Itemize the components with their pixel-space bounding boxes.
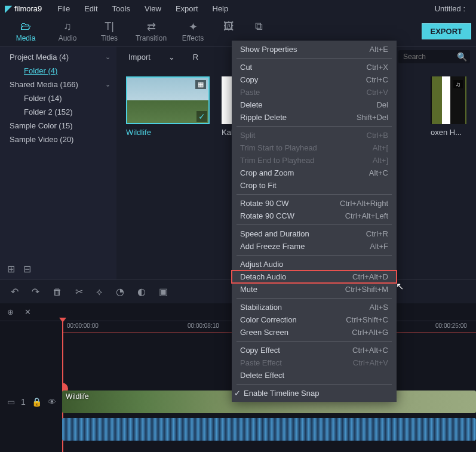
speed-icon[interactable]: ◔ [116,286,124,297]
menu-item-add-freeze-frame[interactable]: Add Freeze FrameAlt+F [232,240,397,253]
screenshot-icon[interactable]: ▣ [159,286,168,297]
menu-item-adjust-audio[interactable]: Adjust Audio [232,258,397,270]
record-button[interactable]: R [193,53,198,62]
delete-icon[interactable]: 🗑 [53,287,62,297]
menu-item-detach-audio[interactable]: Detach AudioCtrl+Alt+D [232,270,397,283]
menu-item-shortcut: Ctrl+Alt+C [352,346,388,355]
thumb-label: Wildlife [126,128,210,137]
track-header: ▭ 1 🔒 👁 [0,388,62,416]
menu-item-crop-to-fit[interactable]: Crop to Fit [232,179,397,192]
menu-view[interactable]: View [137,2,168,16]
crop-icon[interactable]: ⟡ [96,287,103,297]
menu-item-shortcut: Alt+] [373,156,388,165]
menu-item-speed-and-duration[interactable]: Speed and DurationCtrl+R [232,227,397,240]
chevron-down-icon: ⌄ [105,53,110,61]
menu-item-enable-timeline-snap[interactable]: ✓Enable Timeline Snap [232,387,397,399]
thumb-image: ♫ [431,76,466,124]
menu-item-label: Cut [240,63,367,72]
menu-file[interactable]: File [50,2,77,16]
thumb-badge-icon: ▦ [195,80,206,89]
menu-separator [237,126,392,127]
color-icon[interactable]: ◐ [137,286,146,297]
search-icon: 🔍 [457,52,467,62]
thumb-image: ▦ ✓ [126,76,210,124]
menu-item-shortcut: Alt+C [369,168,388,177]
delete-folder-icon[interactable]: ⊟ [23,263,31,275]
visibility-icon[interactable]: 👁 [48,397,56,407]
image-icon: 🖼 [223,21,234,33]
audio-track [0,416,476,443]
tree-item[interactable]: Project Media (4)⌄ [0,50,116,64]
menu-item-label: Show Properties [240,45,370,54]
tab-media[interactable]: 🗁Media [5,19,47,45]
menu-item-rotate-90-ccw[interactable]: Rotate 90 CCWCtrl+Alt+Left [232,210,397,222]
tree-item[interactable]: Folder 2 (152) [0,105,116,119]
tree-item[interactable]: Sample Color (15) [0,119,116,133]
menu-edit[interactable]: Edit [77,2,105,16]
menu-item-label: Trim Start to Playhead [240,143,373,152]
menu-item-paste-effect: Paste EffectCtrl+Alt+V [232,356,397,369]
tree-label: Sample Color (15) [10,121,73,130]
tab-audio[interactable]: ♫Audio [47,19,88,45]
menu-item-mute[interactable]: MuteCtrl+Shift+M [232,283,397,296]
menu-item-label: Detach Audio [240,272,352,281]
audio-clip[interactable] [62,418,476,441]
menu-item-paste: PasteCtrl+V [232,86,397,99]
menu-export[interactable]: Export [168,2,205,16]
menu-help[interactable]: Help [205,2,236,16]
track-number: 1 [21,397,26,407]
search-box[interactable]: 🔍 [398,50,470,63]
transition-icon: ⇄ [147,21,156,33]
tree-item[interactable]: Folder (4) [0,64,116,78]
tab-titles[interactable]: T|Titles [88,19,130,45]
menu-separator [237,341,392,342]
tree-item[interactable]: Sample Video (20) [0,133,116,146]
media-thumb[interactable]: ▦ ✓ Wildlife [126,76,210,137]
menu-item-rotate-90-cw[interactable]: Rotate 90 CWCtrl+Alt+Right [232,197,397,210]
media-thumb[interactable]: ♫ oxen H... [431,76,466,137]
menu-item-copy[interactable]: CopyCtrl+C [232,73,397,86]
menu-item-shortcut: Ctrl+B [367,131,388,140]
menu-item-green-screen[interactable]: Green ScreenCtrl+Alt+G [232,326,397,339]
chevron-down-icon: ⌄ [168,53,175,62]
import-button[interactable]: Import ⌄ [122,50,181,64]
add-marker-icon[interactable]: ⊕ [7,308,14,316]
snap-icon[interactable]: ✕ [24,308,31,316]
menu-item-delete[interactable]: DeleteDel [232,99,397,111]
menu-item-crop-and-zoom[interactable]: Crop and ZoomAlt+C [232,167,397,179]
text-icon: T| [105,21,114,33]
menu-item-label: Copy Effect [240,346,352,355]
menu-item-stabilization[interactable]: StabilizationAlt+S [232,301,397,313]
folder-icon: 🗁 [20,21,31,33]
menu-item-delete-effect[interactable]: Delete Effect [232,369,397,382]
tab-transition[interactable]: ⇄Transition [130,19,172,45]
menu-item-show-properties[interactable]: Show PropertiesAlt+E [232,43,397,56]
tree-item[interactable]: Folder (14) [0,91,116,105]
lock-icon[interactable]: 🔒 [32,397,42,407]
menu-item-label: Crop to Fit [240,181,388,190]
tree-item[interactable]: Shared Media (166)⌄ [0,78,116,91]
menu-item-label: Add Freeze Frame [240,242,370,251]
menu-tools[interactable]: Tools [105,2,137,16]
undo-icon[interactable]: ↶ [11,286,19,297]
clip-label: Wildlife [66,392,89,401]
menu-item-shortcut: Ctrl+Alt+D [352,272,388,281]
redo-icon[interactable]: ↷ [32,286,39,297]
menu-item-shortcut: Alt+E [370,45,388,54]
menu-item-copy-effect[interactable]: Copy EffectCtrl+Alt+C [232,344,397,356]
export-button[interactable]: EXPORT [422,23,471,39]
menu-item-shortcut: Shift+Del [357,113,388,122]
menu-item-label: Green Screen [240,328,352,337]
new-folder-icon[interactable]: ⊞ [7,263,15,275]
menu-item-ripple-delete[interactable]: Ripple DeleteShift+Del [232,111,397,124]
cut-icon[interactable]: ✂ [75,286,83,297]
menu-item-label: Enable Timeline Snap [244,389,388,398]
menu-item-cut[interactable]: CutCtrl+X [232,61,397,73]
menu-item-label: Mute [240,285,345,294]
menu-item-label: Color Correction [240,315,346,324]
menu-item-shortcut: Alt+[ [373,143,388,152]
menu-item-shortcut: Ctrl+R [366,229,388,238]
tab-effects[interactable]: ✦Effects [172,19,214,45]
menu-item-color-correction[interactable]: Color CorrectionCtrl+Shift+C [232,313,397,326]
search-input[interactable] [403,53,457,61]
